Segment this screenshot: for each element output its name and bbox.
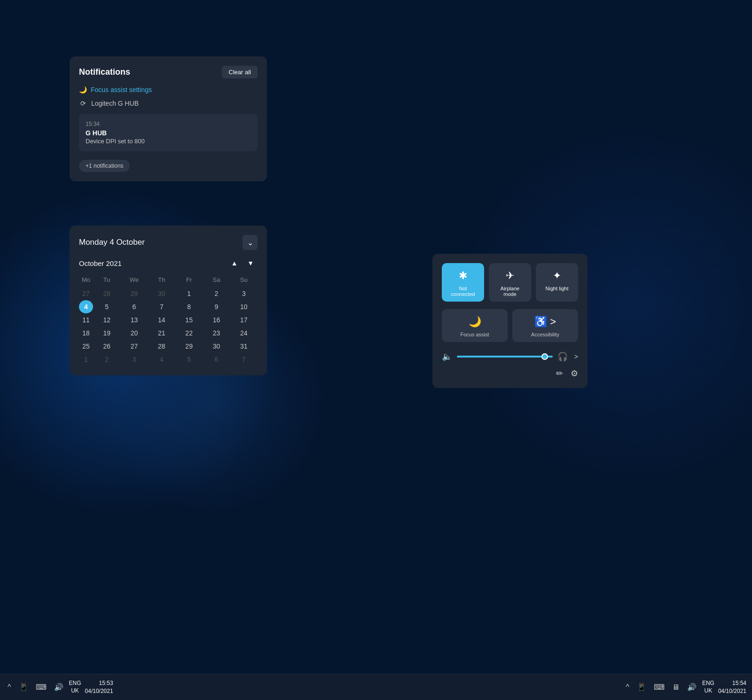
cal-next-button[interactable]: ▼ [243, 257, 258, 269]
cal-day-cell[interactable]: 24 [230, 327, 258, 340]
cal-day-cell[interactable]: 5 [175, 353, 203, 366]
taskbar-phone-icon-right[interactable]: 📱 [635, 681, 648, 693]
accessibility-label: Accessibility [531, 332, 559, 337]
cal-day-cell[interactable]: 4 [79, 300, 93, 313]
cal-day-cell[interactable]: 23 [203, 327, 230, 340]
taskbar-phone-icon-left[interactable]: 📱 [17, 681, 30, 693]
night-light-icon: ✦ [553, 270, 561, 282]
cal-day-cell[interactable]: 9 [203, 300, 230, 313]
logitech-app-row: ⟳ Logitech G HUB [79, 99, 258, 108]
night-light-button[interactable]: ✦ Night light [536, 263, 578, 302]
cal-day-cell[interactable]: 2 [93, 353, 120, 366]
cal-day-cell[interactable]: 21 [148, 327, 175, 340]
notif-header: Notifications Clear all [79, 66, 258, 78]
cal-day-cell[interactable]: 31 [230, 340, 258, 353]
cal-day-cell[interactable]: 1 [79, 353, 93, 366]
notif-title: Notifications [79, 67, 130, 77]
cal-day-cell[interactable]: 27 [120, 340, 148, 353]
accessibility-icon: ♿ > [534, 316, 556, 328]
headphone-arrow[interactable]: > [574, 353, 578, 360]
more-notifications-button[interactable]: +1 notifications [79, 160, 130, 172]
cal-day-cell[interactable]: 18 [79, 327, 93, 340]
notification-card[interactable]: 15:34 G HUB Device DPI set to 800 [79, 114, 258, 151]
cal-day-cell[interactable]: 30 [148, 287, 175, 300]
cal-day-cell[interactable]: 30 [203, 340, 230, 353]
cal-day-cell[interactable]: 7 [230, 353, 258, 366]
taskbar-clock-right[interactable]: 15:54 04/10/2021 [718, 679, 746, 695]
taskbar-date-left: 04/10/2021 [85, 687, 113, 695]
cal-day-cell[interactable]: 6 [203, 353, 230, 366]
cal-day-cell[interactable]: 11 [79, 313, 93, 327]
cal-day-cell[interactable]: 8 [175, 300, 203, 313]
cal-day-cell[interactable]: 14 [148, 313, 175, 327]
taskbar-time-right: 15:54 [718, 679, 746, 687]
taskbar-left: ^ 📱 ⌨ 🔊 ENGUK 15:53 04/10/2021 [6, 679, 113, 695]
cal-header: Monday 4 October ⌄ [79, 235, 258, 250]
cal-day-cell[interactable]: 12 [93, 313, 120, 327]
taskbar-lang-right[interactable]: ENGUK [702, 680, 714, 694]
cal-day-cell[interactable]: 6 [120, 300, 148, 313]
cal-day-header: Mo [79, 274, 93, 287]
volume-row: 🔈 🎧 > [442, 351, 578, 362]
focus-moon-icon: 🌙 [79, 86, 87, 93]
clear-all-button[interactable]: Clear all [222, 66, 258, 78]
cal-day-header: Sa [203, 274, 230, 287]
airplane-mode-button[interactable]: ✈ Airplane mode [489, 263, 531, 302]
cal-day-cell[interactable]: 29 [120, 287, 148, 300]
cal-day-cell[interactable]: 16 [203, 313, 230, 327]
taskbar-lang-left[interactable]: ENGUK [69, 680, 81, 694]
notif-time: 15:34 [86, 121, 251, 127]
focus-assist-button[interactable]: 🌙 Focus assist [442, 309, 508, 342]
taskbar-keyboard-icon-left[interactable]: ⌨ [34, 681, 48, 693]
taskbar-keyboard-icon-right[interactable]: ⌨ [652, 681, 666, 693]
taskbar: ^ 📱 ⌨ 🔊 ENGUK 15:53 04/10/2021 ^ 📱 ⌨ 🖥 🔊… [0, 674, 752, 700]
cal-prev-button[interactable]: ▲ [227, 257, 242, 269]
bluetooth-icon: ✱ [459, 270, 467, 282]
cal-day-cell[interactable]: 19 [93, 327, 120, 340]
cal-day-cell[interactable]: 13 [120, 313, 148, 327]
airplane-label: Airplane mode [494, 286, 526, 297]
cal-day-cell[interactable]: 15 [175, 313, 203, 327]
edit-button[interactable]: ✏ [556, 368, 563, 379]
logitech-label: Logitech G HUB [91, 100, 139, 107]
cal-day-cell[interactable]: 4 [148, 353, 175, 366]
focus-link-label: Focus assist settings [91, 86, 152, 93]
cal-day-header: Fr [175, 274, 203, 287]
cal-day-cell[interactable]: 22 [175, 327, 203, 340]
focus-assist-link[interactable]: 🌙 Focus assist settings [79, 86, 258, 93]
focus-assist-icon: 🌙 [469, 316, 481, 328]
cal-day-cell[interactable]: 3 [120, 353, 148, 366]
cal-day-cell[interactable]: 5 [93, 300, 120, 313]
cal-day-cell[interactable]: 7 [148, 300, 175, 313]
cal-day-header: We [120, 274, 148, 287]
volume-slider[interactable] [457, 356, 553, 358]
settings-button[interactable]: ⚙ [571, 368, 578, 379]
taskbar-chevron-right[interactable]: ^ [624, 681, 631, 693]
cal-day-cell[interactable]: 27 [79, 287, 93, 300]
cal-day-cell[interactable]: 10 [230, 300, 258, 313]
cal-day-cell[interactable]: 2 [203, 287, 230, 300]
cal-day-cell[interactable]: 28 [93, 287, 120, 300]
calendar-grid: MoTuWeThFrSaSu 2728293012345678910111213… [79, 274, 258, 366]
cal-day-cell[interactable]: 26 [93, 340, 120, 353]
cal-day-cell[interactable]: 29 [175, 340, 203, 353]
taskbar-network-icon[interactable]: 🖥 [670, 681, 682, 693]
cal-day-cell[interactable]: 3 [230, 287, 258, 300]
taskbar-volume-icon-left[interactable]: 🔊 [52, 681, 65, 693]
taskbar-volume-icon-right[interactable]: 🔊 [685, 681, 698, 693]
cal-day-cell[interactable]: 20 [120, 327, 148, 340]
cal-day-cell[interactable]: 25 [79, 340, 93, 353]
cal-day-header: Th [148, 274, 175, 287]
qs-footer: ✏ ⚙ [442, 368, 578, 379]
accessibility-button[interactable]: ♿ > Accessibility [512, 309, 578, 342]
taskbar-chevron-left[interactable]: ^ [6, 681, 13, 693]
cal-day-cell[interactable]: 28 [148, 340, 175, 353]
cal-day-cell[interactable]: 1 [175, 287, 203, 300]
quick-settings-panel: ✱ Not connected ✈ Airplane mode ✦ Night … [432, 254, 588, 388]
cal-chevron-button[interactable]: ⌄ [243, 235, 258, 250]
taskbar-clock-left[interactable]: 15:53 04/10/2021 [85, 679, 113, 695]
notif-card-title: G HUB [86, 129, 251, 137]
bluetooth-button[interactable]: ✱ Not connected [442, 263, 484, 302]
qs-buttons-row1: ✱ Not connected ✈ Airplane mode ✦ Night … [442, 263, 578, 302]
cal-day-cell[interactable]: 17 [230, 313, 258, 327]
